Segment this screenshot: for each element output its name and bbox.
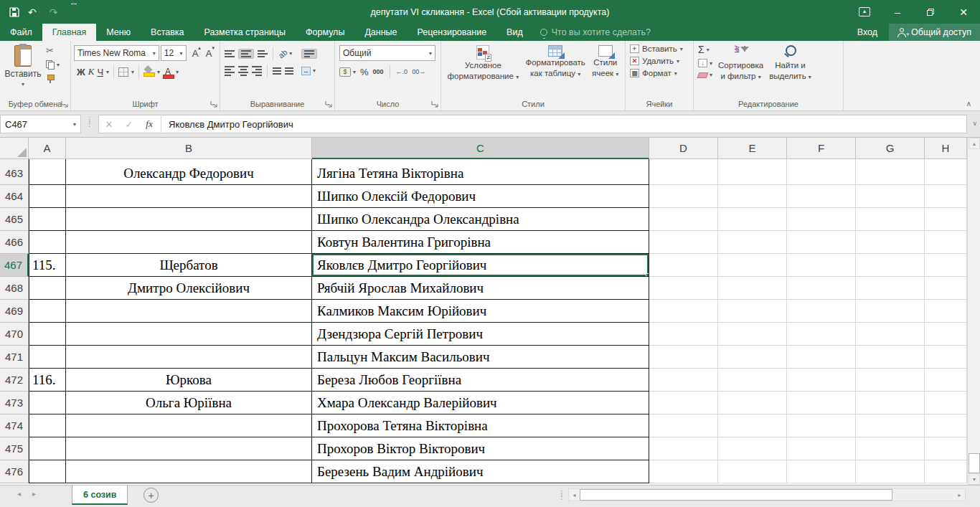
cell-E463[interactable]: [718, 162, 787, 185]
share-button[interactable]: + Общий доступ: [889, 24, 980, 41]
horizontal-scrollbar[interactable]: ◂ ▸: [568, 488, 966, 501]
cell-D467[interactable]: [649, 254, 718, 277]
tell-me-box[interactable]: Что вы хотите сделать?: [533, 24, 658, 41]
cell-G463[interactable]: [856, 162, 925, 185]
next-sheet-icon[interactable]: ▸: [32, 490, 36, 498]
increase-indent-icon[interactable]: [285, 67, 293, 75]
format-painter-icon[interactable]: [46, 74, 55, 83]
cell-G474[interactable]: [856, 414, 925, 437]
comma-style-button[interactable]: 000: [373, 68, 384, 75]
decrease-font-icon[interactable]: A▾: [204, 48, 217, 59]
increase-decimal-icon[interactable]: ←.0: [396, 68, 408, 75]
increase-font-icon[interactable]: A▴: [190, 48, 203, 59]
cell-B464[interactable]: [66, 185, 312, 208]
column-header-B[interactable]: B: [66, 138, 312, 159]
cell-G475[interactable]: [856, 437, 925, 460]
cell-E475[interactable]: [718, 437, 787, 460]
row-header-474[interactable]: 474: [0, 414, 29, 437]
cell-B468[interactable]: Дмитро Олексійович: [66, 277, 312, 300]
cell-H463[interactable]: [925, 162, 967, 185]
format-cells-button[interactable]: ▦Формат▾: [630, 69, 693, 77]
scroll-right-icon[interactable]: ▸: [954, 489, 965, 501]
scroll-down-icon[interactable]: ▾: [969, 473, 980, 485]
cell-A476[interactable]: [29, 460, 66, 483]
cell-G468[interactable]: [856, 277, 925, 300]
cell-A472[interactable]: 116.: [29, 369, 66, 392]
prev-sheet-icon[interactable]: ◂: [17, 490, 21, 498]
align-middle-icon[interactable]: [238, 49, 254, 59]
cut-icon[interactable]: ✂: [46, 45, 54, 56]
row-header-472[interactable]: 472: [0, 369, 29, 392]
formula-bar[interactable]: ✕ ✓ fx Яковлєв Дмитро Георгійович: [98, 115, 967, 133]
cell-D468[interactable]: [649, 277, 718, 300]
cell-B463[interactable]: Олександр Федорович: [66, 162, 312, 185]
cell-H472[interactable]: [925, 369, 967, 392]
cell-E471[interactable]: [718, 346, 787, 369]
row-header-469[interactable]: 469: [0, 300, 29, 323]
redo-button[interactable]: ↷▾: [46, 4, 66, 21]
row-header-470[interactable]: 470: [0, 323, 29, 346]
cell-B466[interactable]: [66, 231, 312, 254]
enter-icon[interactable]: ✓: [119, 119, 139, 130]
cell-C471[interactable]: Пальцун Максим Васильович: [312, 346, 649, 369]
tab-Рецензирование[interactable]: Рецензирование: [407, 24, 497, 41]
cell-B469[interactable]: [66, 300, 312, 323]
insert-cells-button[interactable]: +Вставить▾: [630, 44, 693, 53]
copy-button[interactable]: ▾: [46, 60, 60, 70]
cell-A470[interactable]: [29, 323, 66, 346]
cell-F467[interactable]: [787, 254, 856, 277]
cell-F469[interactable]: [787, 300, 856, 323]
cell-A473[interactable]: [29, 392, 66, 414]
scroll-left-icon[interactable]: ◂: [569, 489, 580, 501]
cell-D473[interactable]: [649, 392, 718, 414]
cell-B473[interactable]: Ольга Юріївна: [66, 392, 312, 414]
cell-F470[interactable]: [787, 323, 856, 346]
cell-H473[interactable]: [925, 392, 967, 414]
cell-A474[interactable]: [29, 414, 66, 437]
row-header-471[interactable]: 471: [0, 346, 29, 369]
clipboard-dialog-launcher[interactable]: [61, 100, 68, 108]
vertical-scrollbar[interactable]: ▴ ▾: [967, 138, 980, 485]
cell-E476[interactable]: [718, 460, 787, 483]
cell-G464[interactable]: [856, 185, 925, 208]
cell-F466[interactable]: [787, 231, 856, 254]
cell-A468[interactable]: [29, 277, 66, 300]
cell-H465[interactable]: [925, 208, 967, 231]
tab-Формулы[interactable]: Формулы: [296, 24, 354, 41]
italic-button[interactable]: К: [88, 66, 95, 77]
cell-G473[interactable]: [856, 392, 925, 414]
vertical-scroll-thumb[interactable]: [969, 453, 980, 473]
percent-style-button[interactable]: %: [360, 67, 369, 77]
cell-A471[interactable]: [29, 346, 66, 369]
clear-button[interactable]: ▾: [698, 71, 712, 78]
cell-F468[interactable]: [787, 277, 856, 300]
row-header-464[interactable]: 464: [0, 185, 29, 208]
align-left-icon[interactable]: [225, 66, 235, 76]
cell-E466[interactable]: [718, 231, 787, 254]
cell-G471[interactable]: [856, 346, 925, 369]
number-format-combo[interactable]: Общий▾: [339, 45, 435, 61]
cell-C476[interactable]: Березень Вадим Андрійович: [312, 460, 649, 483]
cell-C468[interactable]: Рябчій Ярослав Михайлович: [312, 277, 649, 300]
tab-Данные[interactable]: Данные: [354, 24, 407, 41]
merge-center-button[interactable]: ↔▾: [301, 67, 316, 75]
cell-A475[interactable]: [29, 437, 66, 460]
tab-Вставка[interactable]: Вставка: [141, 24, 194, 41]
cell-G476[interactable]: [856, 460, 925, 483]
cell-H474[interactable]: [925, 414, 967, 437]
close-button[interactable]: ✕: [947, 0, 980, 24]
horizontal-scroll-thumb[interactable]: [580, 489, 892, 501]
cell-F476[interactable]: [787, 460, 856, 483]
cell-D472[interactable]: [649, 369, 718, 392]
column-header-D[interactable]: D: [649, 138, 718, 159]
cell-H467[interactable]: [925, 254, 967, 277]
cell-D474[interactable]: [649, 414, 718, 437]
cell-D463[interactable]: [649, 162, 718, 185]
cell-G465[interactable]: [856, 208, 925, 231]
font-dialog-launcher[interactable]: [210, 100, 217, 108]
undo-caret-icon[interactable]: ▾: [38, 9, 41, 15]
cell-A464[interactable]: [29, 185, 66, 208]
name-box-caret-icon[interactable]: ▾: [73, 121, 76, 128]
cell-H464[interactable]: [925, 185, 967, 208]
row-header-467[interactable]: 467: [0, 254, 29, 277]
